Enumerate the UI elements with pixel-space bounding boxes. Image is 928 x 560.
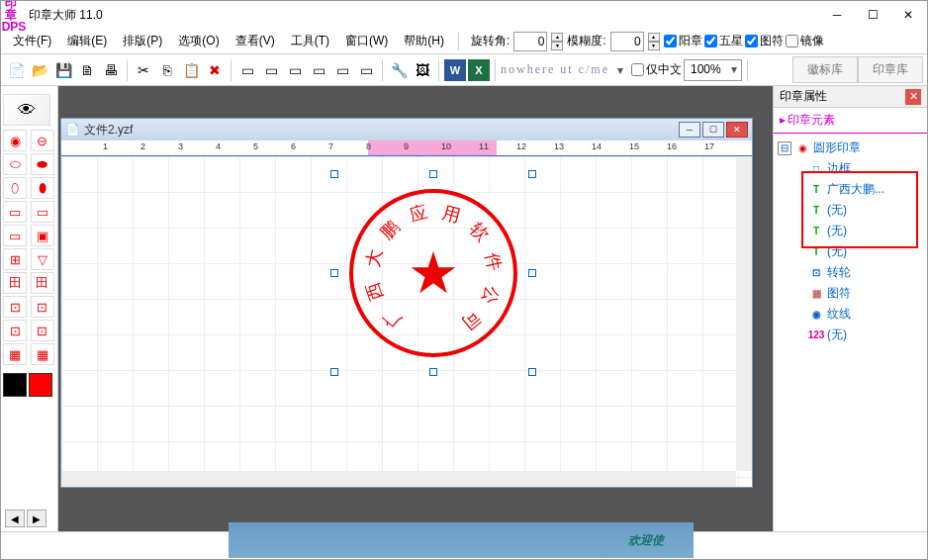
word-icon[interactable]: W — [444, 59, 466, 81]
color-red[interactable] — [29, 373, 52, 397]
shape-tool-13[interactable]: 田 — [31, 272, 54, 294]
check-1[interactable] — [704, 35, 717, 47]
zoom-combo[interactable]: 100% — [684, 59, 742, 81]
doc-minimize-button[interactable]: ─ — [679, 122, 700, 138]
open-icon[interactable]: 📂 — [29, 59, 50, 81]
close-button[interactable]: ✕ — [901, 8, 915, 22]
cut-icon[interactable]: ✂ — [133, 59, 154, 81]
menu-7[interactable]: 帮助(H) — [396, 30, 452, 52]
horizontal-ruler[interactable]: 1234567891011121314151617 — [61, 140, 752, 156]
shape-tool-9[interactable]: ▣ — [31, 225, 54, 246]
shape-tool-12[interactable]: 田 — [3, 272, 27, 294]
panel-title: 印章属性 — [780, 88, 827, 105]
tool1-icon[interactable]: 🔧 — [388, 59, 410, 81]
vertical-scrollbar[interactable] — [736, 156, 752, 471]
shape-tool-2[interactable]: ⬭ — [3, 153, 27, 175]
shape-tool-3[interactable]: ⬬ — [31, 153, 54, 175]
tree-item-2[interactable]: T(无) — [778, 200, 923, 221]
resize-handle[interactable] — [330, 170, 338, 178]
align1-icon[interactable]: ▭ — [236, 59, 258, 81]
tree-item-0[interactable]: □边框 — [778, 158, 923, 179]
panel-section-header[interactable]: 印章元素 — [774, 108, 927, 134]
shape-tool-18[interactable]: ▦ — [3, 343, 27, 365]
palette-prev-icon[interactable]: ◀ — [5, 510, 25, 527]
menu-4[interactable]: 查看(V) — [228, 30, 283, 52]
menu-2[interactable]: 排版(P) — [115, 30, 170, 52]
doc-close-button[interactable]: ✕ — [726, 122, 748, 138]
check-2[interactable] — [745, 35, 758, 47]
resize-handle[interactable] — [429, 170, 437, 178]
paste-icon[interactable]: 📋 — [180, 59, 202, 81]
resize-handle[interactable] — [330, 269, 338, 277]
align2-icon[interactable]: ▭ — [260, 59, 282, 81]
shape-tool-17[interactable]: ⊡ — [31, 320, 54, 341]
seal-object[interactable]: ★ 广西大鹏应用软件公司 — [349, 189, 517, 357]
align6-icon[interactable]: ▭ — [355, 59, 377, 81]
preview-eye-icon: 👁 — [3, 94, 50, 126]
tree-item-6[interactable]: ▦图符 — [778, 283, 923, 304]
tree-item-8[interactable]: 123(无) — [778, 325, 923, 345]
color-black[interactable] — [3, 373, 27, 397]
seal-selection[interactable]: ★ 广西大鹏应用软件公司 — [334, 174, 532, 372]
tree-item-7[interactable]: ◉纹线 — [778, 304, 923, 325]
resize-handle[interactable] — [528, 269, 536, 277]
tree-root[interactable]: ⊟◉圆形印章 — [778, 138, 923, 158]
tree-item-1[interactable]: T广西大鹏... — [778, 179, 923, 200]
shape-tool-0[interactable]: ◉ — [3, 130, 27, 151]
blur-spinner[interactable]: ▴▾ — [648, 33, 660, 50]
panel-close-button[interactable]: ✕ — [905, 89, 921, 105]
shape-tool-19[interactable]: ▦ — [31, 343, 54, 365]
palette-next-icon[interactable]: ▶ — [27, 510, 46, 527]
shape-tool-11[interactable]: ▽ — [31, 248, 54, 270]
menu-5[interactable]: 工具(T) — [283, 30, 337, 52]
shape-tool-10[interactable]: ⊞ — [3, 248, 27, 270]
resize-handle[interactable] — [330, 368, 338, 376]
minimize-button[interactable]: ─ — [830, 8, 844, 22]
maximize-button[interactable]: ☐ — [866, 8, 880, 22]
rotation-spinner[interactable]: ▴▾ — [551, 33, 563, 50]
check-3[interactable] — [786, 35, 798, 47]
new-icon[interactable]: 📄 — [5, 59, 27, 81]
align5-icon[interactable]: ▭ — [331, 59, 353, 81]
print-icon[interactable]: 🖶 — [100, 59, 122, 81]
check-0[interactable] — [664, 35, 677, 47]
shape-tool-14[interactable]: ⊡ — [3, 296, 27, 318]
chinese-only-checkbox[interactable] — [631, 63, 644, 76]
shape-tool-4[interactable]: ⬯ — [3, 177, 27, 199]
shape-tool-1[interactable]: ⊖ — [31, 130, 54, 151]
shape-tool-5[interactable]: ⬮ — [31, 177, 54, 199]
tree-item-3[interactable]: T(无) — [778, 221, 923, 241]
doc-maximize-button[interactable]: ☐ — [702, 122, 724, 138]
resize-handle[interactable] — [528, 368, 536, 376]
align4-icon[interactable]: ▭ — [308, 59, 329, 81]
shape-tool-8[interactable]: ▭ — [3, 225, 27, 246]
horizontal-scrollbar[interactable] — [61, 471, 736, 487]
align3-icon[interactable]: ▭ — [284, 59, 306, 81]
tab-badge-lib[interactable]: 徽标库 — [792, 56, 858, 83]
menu-6[interactable]: 窗口(W) — [337, 30, 396, 52]
export-icon[interactable]: 🗎 — [76, 59, 98, 81]
tool2-icon[interactable]: 🖼 — [412, 59, 433, 81]
shape-tool-6[interactable]: ▭ — [3, 201, 27, 223]
canvas[interactable]: ★ 广西大鹏应用软件公司 — [61, 156, 752, 487]
tab-seal-lib[interactable]: 印章库 — [858, 56, 923, 83]
resize-handle[interactable] — [528, 170, 536, 178]
window-title: 印章大师 11.0 — [29, 7, 830, 24]
document-title: 文件2.yzf — [84, 122, 679, 139]
copy-icon[interactable]: ⎘ — [156, 59, 178, 81]
tree-item-5[interactable]: ⊡转轮 — [778, 262, 923, 283]
menu-3[interactable]: 选项(O) — [170, 30, 227, 52]
delete-icon[interactable]: ✖ — [204, 59, 226, 81]
menu-0[interactable]: 文件(F) — [5, 30, 59, 52]
resize-handle[interactable] — [429, 368, 437, 376]
excel-icon[interactable]: X — [468, 59, 490, 81]
blur-input[interactable] — [610, 32, 644, 51]
shape-tool-16[interactable]: ⊡ — [3, 320, 27, 341]
rotation-input[interactable] — [513, 32, 547, 51]
shape-tool-15[interactable]: ⊡ — [31, 296, 54, 318]
app-icon: 印章DPS — [5, 6, 23, 24]
save-icon[interactable]: 💾 — [52, 59, 74, 81]
menu-1[interactable]: 编辑(E) — [59, 30, 115, 52]
shape-tool-7[interactable]: ▭ — [31, 201, 54, 223]
tree-item-4[interactable]: T(无) — [778, 241, 923, 262]
